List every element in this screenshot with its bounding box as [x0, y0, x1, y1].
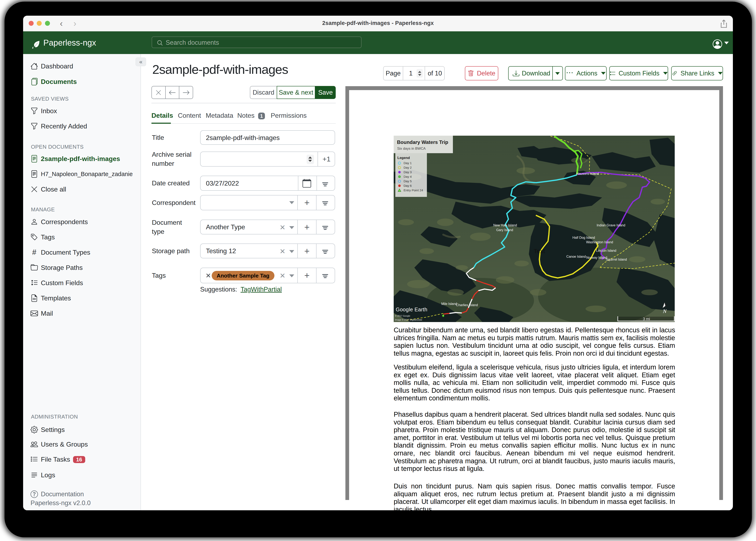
svg-text:Six days in BWCA: Six days in BWCA	[397, 147, 426, 151]
svg-text:Canoe Island: Canoe Island	[566, 255, 586, 258]
svg-text:Day 2: Day 2	[404, 166, 412, 169]
svg-text:Text: Text	[534, 248, 545, 255]
svg-text:Day 4: Day 4	[404, 175, 412, 178]
svg-text:Mile Island: Mile Island	[441, 302, 457, 305]
svg-text:Legend: Legend	[397, 156, 410, 160]
svg-text:Image © 2017 DigitalGlobe: Image © 2017 DigitalGlobe	[395, 318, 422, 321]
svg-text:Lincoln Island: Lincoln Island	[596, 249, 616, 253]
svg-text:Entry Point 24: Entry Point 24	[404, 189, 423, 192]
svg-text:© 2017 Google: © 2017 Google	[395, 314, 410, 317]
svg-text:Boundary Waters Trip: Boundary Waters Trip	[397, 139, 448, 145]
svg-text:Indian Grave Island: Indian Grave Island	[597, 224, 625, 227]
svg-text:Squirrel Island: Squirrel Island	[606, 258, 627, 261]
svg-text:Day 1: Day 1	[404, 161, 412, 165]
svg-text:Washington Island: Washington Island	[586, 241, 613, 244]
svg-text:3 mi: 3 mi	[643, 317, 650, 321]
svg-text:Gary Island: Gary Island	[496, 228, 513, 232]
svg-text:Google Earth: Google Earth	[396, 306, 427, 312]
svg-text:Day 5: Day 5	[404, 179, 412, 183]
svg-text:Norway Island: Norway Island	[586, 256, 607, 260]
svg-text:Charlies Island: Charlies Island	[456, 303, 478, 307]
svg-text:Half Dog Island: Half Dog Island	[572, 236, 595, 240]
svg-text:New York Island: New York Island	[493, 224, 517, 227]
svg-text:N: N	[663, 308, 667, 314]
svg-text:Day 6: Day 6	[404, 184, 412, 188]
svg-text:Day 3: Day 3	[404, 170, 412, 174]
svg-text:Hausons Island: Hausons Island	[576, 172, 599, 176]
